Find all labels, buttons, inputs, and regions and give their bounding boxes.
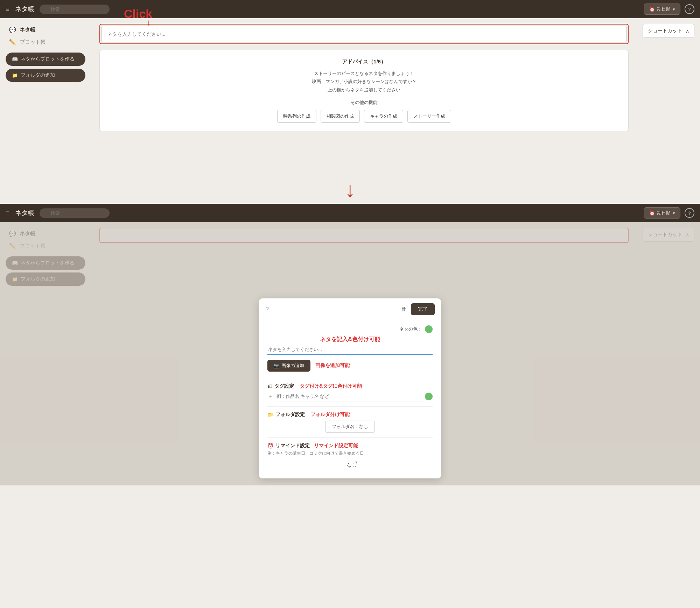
modal-done-button[interactable]: 完了 [411,303,435,315]
top-header: ≡ ネタ帳 🔍 ⏰ 期日順 ▾ ? [0,0,700,18]
date-sort-button[interactable]: ⏰ 期日順 ▾ [644,4,680,15]
neta-icon: 💬 [9,27,16,33]
modal-image-row: 📷 画像の追加 画像を追加可能 [267,360,433,372]
sidebar-item-plot[interactable]: ✏️ プロット帳 [6,36,85,48]
chevron-up-icon: ∧ [686,28,689,34]
image-section-label: 画像を追加可能 [315,362,350,369]
neta-edit-modal: ? 🗑 完了 ネタの色： ネタを記入&色付け可能 [259,298,441,478]
top-shortcut-panel: ショートカット ∧ [637,18,700,172]
help-button[interactable]: ? [685,4,694,14]
bottom-date-sort-button[interactable]: ⏰ 期日順 ▾ [644,207,680,219]
tag-label: タグ設定 [274,383,294,389]
bottom-section: ≡ ネタ帳 🔍 ⏰ 期日順 ▾ ? 💬 ネタ帳 ✏️ [0,204,700,485]
shortcut-header[interactable]: ショートカット ∧ [643,24,694,38]
chevron-down-icon: ▾ [673,7,675,12]
top-sidebar: 💬 ネタ帳 ✏️ プロット帳 📖 ネタからプロットを作る 📁 フォルダの追加 [0,18,91,172]
folder-plus-icon: 📁 [12,72,18,78]
modal-reminder-section: ⏰ リマインド設定 リマインド設定可能 例：キャラの誕生日、コミケに向けて書き始… [267,443,433,470]
modal-folder-section: 📁 フォルダ設定 フォルダ分け可能 フォルダ名：なし [267,412,433,433]
bottom-chevron-down-icon: ▾ [673,210,675,216]
advice-box: アドバイス（1/6） ストーリーのピースとなるネタを作りましょう！ 映画、マンガ… [99,50,629,131]
folder-name-button[interactable]: フォルダ名：なし [325,421,375,433]
bottom-overlay-area: 💬 ネタ帳 ✏️ プロット帳 📖 ネタからプロットを作る 📁 フォルダの追加 [0,222,700,485]
neta-color-dot[interactable] [425,325,433,333]
sidebar-plot-label: プロット帳 [20,39,46,46]
reminder-example: 例：キャラの誕生日、コミケに向けて書き始める日 [267,450,433,456]
input-area: Click ↓ [99,24,629,44]
clock-icon: ⏰ [649,7,655,12]
sidebar-neta-label: ネタ帳 [20,27,35,33]
bottom-search-wrap: 🔍 [40,208,110,218]
modal-actions: 🗑 完了 [401,303,435,315]
modal-delete-icon[interactable]: 🗑 [401,306,407,312]
modal-color-row: ネタの色： [267,325,433,333]
divider3 [267,437,433,438]
folder-section-label: フォルダ分け可能 [310,412,350,418]
modal-tag-section: 🏷 タグ設定 タグ付け&タグに色付け可能 ＋ [267,383,433,401]
feature-relation-button[interactable]: 相関図の作成 [321,110,360,123]
divider2 [267,406,433,407]
book-icon: 📖 [12,56,18,62]
tag-section-label: タグ付け&タグに色付け可能 [300,383,362,389]
neta-input-outlined [99,24,629,44]
feature-story-button[interactable]: ストーリー作成 [407,110,451,123]
folder-label: フォルダ設定 [275,412,305,418]
reminder-select[interactable]: なし [343,460,361,470]
reminder-section-label: リマインド設定可能 [314,443,358,449]
advice-line1: ストーリーのピースとなるネタを作りましょう！ [111,69,617,77]
shortcut-label: ショートカット [648,28,682,34]
search-wrap: 🔍 [40,5,110,14]
tag-plus-icon: ＋ [267,393,273,400]
reminder-label: リマインド設定 [275,443,310,449]
advice-title: アドバイス（1/6） [111,58,617,65]
add-image-button[interactable]: 📷 画像の追加 [267,360,310,372]
menu-icon[interactable]: ≡ [6,6,9,13]
plot-icon: ✏️ [9,39,16,46]
bottom-help-button[interactable]: ? [685,208,694,218]
top-main-layout: 💬 ネタ帳 ✏️ プロット帳 📖 ネタからプロットを作る 📁 フォルダの追加 C… [0,18,700,172]
top-content: Click ↓ アドバイス（1/6） ストーリーのピースとなるネタを作りましょう… [91,18,637,172]
tag-icon: 🏷 [267,384,272,389]
modal-help-icon[interactable]: ? [265,306,269,313]
big-down-arrow: ↓ [345,179,355,200]
sidebar-item-neta[interactable]: 💬 ネタ帳 [6,24,85,36]
header-right: ⏰ 期日順 ▾ ? [644,4,694,15]
tag-color-dot[interactable] [425,393,433,400]
bottom-clock-icon: ⏰ [649,210,655,216]
big-arrow-section: ↓ [0,172,700,204]
feature-character-button[interactable]: キャラの作成 [364,110,403,123]
reminder-clock-icon: ⏰ [267,443,273,449]
divider1 [267,378,433,378]
app-title: ネタ帳 [15,5,34,13]
down-arrow-indicator: ↓ [147,18,151,27]
color-label: ネタの色： [399,326,422,332]
neta-to-plot-button[interactable]: 📖 ネタからプロットを作る [6,53,85,66]
bottom-header-right: ⏰ 期日順 ▾ ? [644,207,694,219]
modal-neta-input[interactable] [267,345,433,355]
modal-neta-section-title: ネタを記入&色付け可能 [267,336,433,343]
add-folder-button[interactable]: 📁 フォルダの追加 [6,69,85,82]
modal-header: ? 🗑 完了 [259,298,441,319]
advice-features-label: その他の機能 [111,99,617,106]
modal-body: ネタの色： ネタを記入&色付け可能 📷 画像の追加 画像を追加可能 [259,319,441,470]
neta-text-input[interactable] [102,26,626,42]
bottom-app-title: ネタ帳 [15,209,34,217]
modal-tag-input[interactable] [276,392,422,401]
modal-tag-header: 🏷 タグ設定 タグ付け&タグに色付け可能 [267,383,433,389]
bottom-header: ≡ ネタ帳 🔍 ⏰ 期日順 ▾ ? [0,204,700,222]
advice-line2: 映画、マンガ、小説の好きなシーンはなんですか？ [111,77,617,85]
search-input[interactable] [40,5,110,14]
feature-timeline-button[interactable]: 時系列の作成 [277,110,316,123]
bottom-search-input[interactable] [40,208,110,218]
reminder-select-wrap: なし ▾ [267,460,433,470]
modal-wrap: ? 🗑 完了 ネタの色： ネタを記入&色付け可能 [0,291,700,485]
feature-buttons: 時系列の作成 相関図の作成 キャラの作成 ストーリー作成 [111,110,617,123]
modal-reminder-header: ⏰ リマインド設定 リマインド設定可能 [267,443,433,449]
camera-icon: 📷 [274,363,279,368]
advice-text: ストーリーのピースとなるネタを作りましょう！ 映画、マンガ、小説の好きなシーンは… [111,69,617,94]
modal-folder-header: 📁 フォルダ設定 フォルダ分け可能 [267,412,433,418]
advice-line3: 上の欄からネタを追加してください [111,86,617,94]
folder-icon: 📁 [267,412,273,417]
modal-tag-input-row: ＋ [267,392,433,401]
bottom-menu-icon[interactable]: ≡ [6,209,9,217]
